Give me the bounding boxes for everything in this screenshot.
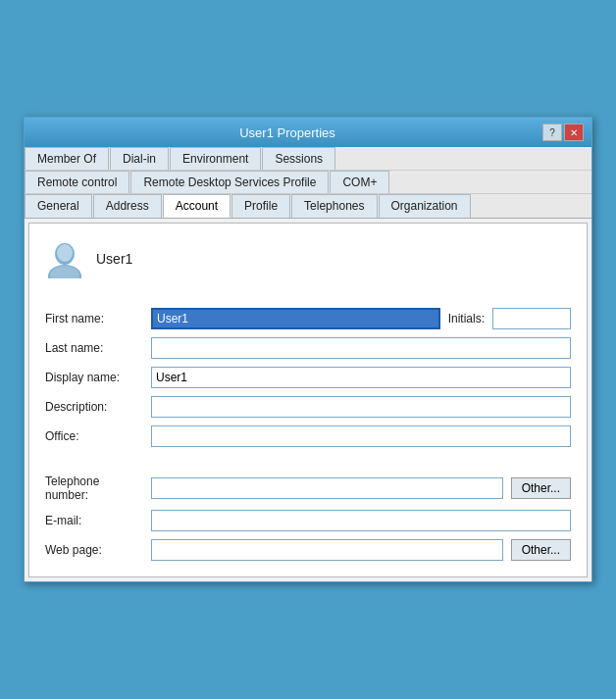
svg-point-2 <box>57 244 73 262</box>
tab-remote-control[interactable]: Remote control <box>25 171 129 193</box>
first-name-input[interactable] <box>151 308 440 329</box>
initials-input[interactable] <box>492 308 571 329</box>
help-button[interactable]: ? <box>542 124 562 141</box>
tab-general[interactable]: General <box>25 194 92 218</box>
last-name-label: Last name: <box>45 341 143 355</box>
webpage-row: Web page: Other... <box>45 539 571 561</box>
user-header: User1 <box>45 239 571 288</box>
display-name-input[interactable] <box>151 367 571 388</box>
telephone-other-button[interactable]: Other... <box>511 477 571 499</box>
office-label: Office: <box>45 429 143 443</box>
tab-row-3: General Address Account Profile Telephon… <box>25 194 591 218</box>
tab-environment[interactable]: Environment <box>170 147 261 170</box>
webpage-other-button[interactable]: Other... <box>511 539 571 561</box>
tab-dial-in[interactable]: Dial-in <box>110 147 169 170</box>
first-name-label: First name: <box>45 312 143 325</box>
title-bar: User1 Properties ? ✕ <box>25 118 591 147</box>
description-row: Description: <box>45 396 571 418</box>
tab-account[interactable]: Account <box>163 194 231 218</box>
user-avatar-icon <box>45 239 84 278</box>
tab-address[interactable]: Address <box>93 194 162 218</box>
office-row: Office: <box>45 425 571 447</box>
user-properties-window: User1 Properties ? ✕ Member Of Dial-in E… <box>24 117 592 582</box>
email-input[interactable] <box>151 510 571 531</box>
last-name-row: Last name: <box>45 337 571 359</box>
email-label: E-mail: <box>45 514 143 527</box>
description-input[interactable] <box>151 396 571 418</box>
tab-row-2: Remote control Remote Desktop Services P… <box>25 171 591 194</box>
display-name-label: Display name: <box>45 371 143 384</box>
email-row: E-mail: <box>45 510 571 531</box>
tab-rdsp[interactable]: Remote Desktop Services Profile <box>130 171 329 193</box>
tab-sessions[interactable]: Sessions <box>262 147 335 170</box>
tab-profile[interactable]: Profile <box>231 194 290 218</box>
tab-telephones[interactable]: Telephones <box>291 194 377 218</box>
close-button[interactable]: ✕ <box>564 124 584 141</box>
telephone-row: Telephone number: Other... <box>45 474 571 502</box>
user-display-name: User1 <box>96 251 132 267</box>
tab-organization[interactable]: Organization <box>379 194 471 218</box>
tab-com[interactable]: COM+ <box>330 171 389 193</box>
first-name-row: First name: Initials: <box>45 308 571 329</box>
telephone-label: Telephone number: <box>45 474 143 502</box>
telephone-input[interactable] <box>151 477 503 499</box>
form-section: First name: Initials: Last name: Display… <box>45 308 571 561</box>
tab-row-1: Member Of Dial-in Environment Sessions <box>25 147 591 171</box>
tab-member-of[interactable]: Member Of <box>25 147 109 170</box>
window-title: User1 Properties <box>32 125 542 140</box>
last-name-input[interactable] <box>151 337 571 359</box>
tab-rows: Member Of Dial-in Environment Sessions R… <box>25 147 591 219</box>
description-label: Description: <box>45 400 143 414</box>
title-buttons: ? ✕ <box>542 124 584 141</box>
webpage-input[interactable] <box>151 539 503 561</box>
office-input[interactable] <box>151 425 571 447</box>
display-name-row: Display name: <box>45 367 571 388</box>
content-area: User1 First name: Initials: Last name: D… <box>28 223 588 577</box>
webpage-label: Web page: <box>45 543 143 557</box>
initials-label: Initials: <box>448 312 485 325</box>
